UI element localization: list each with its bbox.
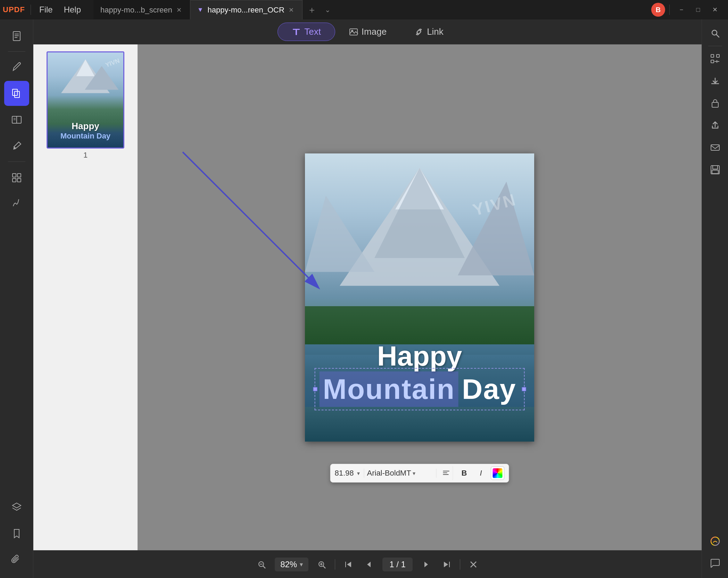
tab-1-close[interactable]: ✕ — [175, 6, 183, 15]
zoom-level-display[interactable]: 82% ▾ — [275, 558, 308, 571]
tab-1[interactable]: happy-mo...b_screen ✕ — [93, 0, 190, 19]
font-name-dropdown[interactable]: ▾ — [413, 470, 415, 477]
zoom-dropdown-arrow[interactable]: ▾ — [300, 561, 303, 568]
sidebar-divider-1 — [8, 51, 25, 52]
svg-rect-16 — [13, 178, 16, 182]
thumbnail-page-1[interactable]: YIVN Happy Mountain Day 1 — [47, 51, 124, 160]
color-picker-swatch — [493, 468, 503, 478]
font-name-control: Arial-BoldMT ▾ — [367, 469, 437, 478]
text-tool-button[interactable]: Text — [278, 23, 335, 41]
svg-rect-26 — [711, 145, 719, 150]
svg-rect-15 — [17, 174, 21, 177]
svg-marker-38 — [374, 168, 465, 258]
zoom-in-button[interactable] — [314, 557, 329, 572]
sidebar-divider-2 — [8, 161, 25, 162]
canvas-document: YIVN Happy Mountain Day — [305, 153, 534, 442]
lock-icon-btn[interactable] — [705, 93, 725, 113]
chat-icon-btn[interactable] — [705, 553, 725, 572]
sidebar-icon-attachment[interactable] — [4, 547, 29, 572]
nav-prev-button[interactable] — [362, 557, 377, 572]
nav-first-button[interactable] — [341, 557, 356, 572]
share-icon-btn[interactable] — [705, 116, 725, 135]
tabs-area: happy-mo...b_screen ✕ ▼ happy-mo...reen_… — [93, 0, 651, 19]
sidebar-icon-pages[interactable] — [4, 81, 29, 106]
save-icon-btn[interactable] — [705, 160, 725, 179]
image-tool-icon — [349, 27, 358, 36]
tab-2-close[interactable]: ✕ — [287, 6, 295, 15]
page-number-display[interactable]: 1 / 1 — [382, 558, 413, 571]
thumb-happy-text: Happy — [48, 121, 123, 132]
user-avatar[interactable]: B — [651, 3, 665, 17]
svg-rect-14 — [13, 174, 16, 177]
canvas-happy-text[interactable]: Happy — [305, 340, 534, 372]
thumb-text-area: Happy Mountain Day — [48, 121, 123, 141]
ocr-icon-btn[interactable] — [705, 49, 725, 68]
svg-rect-21 — [711, 60, 714, 63]
svg-rect-28 — [713, 166, 718, 169]
font-size-dropdown[interactable]: ▾ — [357, 470, 360, 477]
selection-handle-right[interactable] — [522, 387, 526, 391]
sidebar-icon-edit[interactable] — [4, 55, 29, 79]
svg-line-39 — [183, 152, 318, 287]
image-tool-label: Image — [362, 26, 387, 37]
zoom-out-button[interactable] — [254, 557, 269, 572]
bold-button[interactable]: B — [457, 466, 471, 480]
svg-rect-1 — [296, 30, 297, 35]
selection-handle-left[interactable] — [313, 387, 317, 391]
left-sidebar — [0, 19, 33, 578]
svg-rect-20 — [711, 55, 714, 57]
tab-1-label: happy-mo...b_screen — [100, 6, 172, 15]
nav-next-button[interactable] — [418, 557, 433, 572]
link-tool-button[interactable]: Link — [400, 23, 457, 41]
close-button[interactable]: ✕ — [707, 2, 722, 17]
import-icon-btn[interactable] — [705, 71, 725, 91]
sidebar-icon-layers[interactable] — [4, 495, 29, 520]
sidebar-icon-bookmark[interactable] — [4, 521, 29, 546]
tab-add-button[interactable]: ＋ — [303, 4, 321, 16]
tab-2-icon: ▼ — [197, 6, 204, 14]
font-size-value[interactable]: 81.98 — [335, 469, 356, 478]
titlebar-divider-1 — [31, 5, 31, 15]
menu-file[interactable]: File — [34, 3, 58, 17]
nav-close-button[interactable] — [466, 557, 481, 572]
right-divider-1 — [708, 46, 722, 46]
tab-2[interactable]: ▼ happy-mo...reen_OCR ✕ — [190, 0, 303, 19]
tab-overflow-button[interactable]: ⌄ — [321, 6, 334, 14]
thumb-mountain-day-text: Mountain Day — [48, 132, 123, 141]
font-name-value[interactable]: Arial-BoldMT — [367, 469, 411, 478]
sidebar-icon-annotate[interactable] — [4, 134, 29, 159]
sidebar-icon-document[interactable] — [4, 24, 29, 49]
sidebar-icon-organize[interactable] — [4, 165, 29, 190]
right-sidebar — [702, 19, 728, 578]
menu-help[interactable]: Help — [58, 3, 86, 17]
titlebar-right: B − □ ✕ — [651, 2, 728, 17]
canvas-mountain-day-selection[interactable]: Mountain Day — [315, 368, 525, 410]
nav-divider-2 — [460, 559, 460, 570]
color-picker-button[interactable] — [491, 466, 505, 480]
italic-button[interactable]: I — [474, 466, 488, 480]
svg-line-49 — [323, 566, 325, 568]
tab-2-label: happy-mo...reen_OCR — [208, 6, 284, 15]
svg-rect-22 — [717, 55, 719, 57]
thumbnail-page-number: 1 — [83, 151, 88, 160]
svg-rect-17 — [17, 178, 21, 182]
svg-marker-37 — [305, 195, 374, 272]
right-bottom — [705, 531, 725, 578]
sidebar-icon-reader[interactable] — [4, 107, 29, 132]
canvas-mountain-word: Mountain — [320, 371, 458, 407]
svg-rect-29 — [712, 170, 718, 174]
titlebar: UPDF File Help happy-mo...b_screen ✕ ▼ h… — [0, 0, 728, 19]
ai-icon-btn[interactable] — [705, 531, 725, 551]
nav-last-button[interactable] — [439, 557, 454, 572]
search-icon-btn[interactable] — [705, 24, 725, 43]
app-logo: UPDF — [0, 5, 28, 14]
sidebar-icon-signature[interactable] — [4, 191, 29, 216]
minimize-button[interactable]: − — [674, 2, 689, 17]
image-tool-button[interactable]: Image — [335, 23, 400, 41]
link-tool-label: Link — [427, 26, 444, 37]
svg-marker-32 — [76, 59, 95, 76]
main-canvas[interactable]: YIVN Happy Mountain Day 81.98 ▾ — [138, 44, 702, 550]
maximize-button[interactable]: □ — [690, 2, 706, 17]
mail-icon-btn[interactable] — [705, 138, 725, 157]
text-align-button[interactable] — [439, 466, 453, 480]
